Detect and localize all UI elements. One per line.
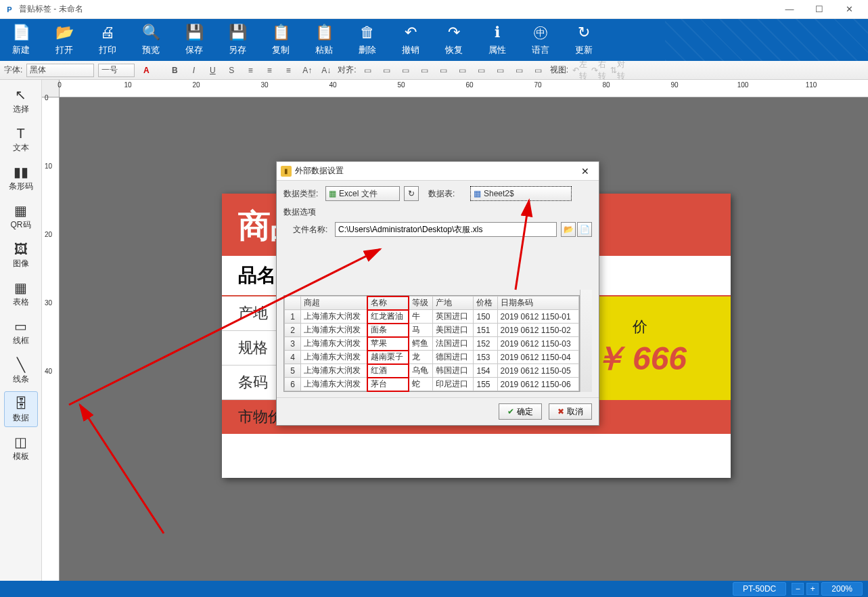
ok-button[interactable]: ✔确定 — [499, 403, 542, 420]
file-info-button[interactable]: 📄 — [577, 222, 592, 237]
table-cell[interactable]: 154 — [474, 364, 497, 378]
dialog-close-button[interactable]: ✕ — [576, 164, 595, 178]
tool-text[interactable]: T文本 — [4, 121, 38, 157]
inc-font-button[interactable]: A↑ — [300, 64, 315, 77]
tool-select[interactable]: ↖选择 — [4, 83, 38, 118]
obj-align-5[interactable]: ▭ — [436, 64, 451, 77]
language-button[interactable]: ㊥语言 — [525, 24, 556, 56]
underline-button[interactable]: U — [205, 64, 220, 77]
tool-table[interactable]: ▦表格 — [4, 275, 38, 311]
preview-button[interactable]: 🔍预览 — [135, 24, 166, 56]
table-cell[interactable]: 150 — [474, 310, 497, 324]
align-left-button[interactable]: ≡ — [243, 64, 258, 77]
canvas-area[interactable]: 0102030405060708090100110 010203040 商品 品… — [42, 80, 868, 581]
table-cell[interactable]: 龙 — [409, 351, 432, 364]
maximize-button[interactable]: ☐ — [804, 0, 834, 19]
table-scrollbar[interactable] — [580, 290, 592, 392]
table-cell[interactable]: 上海浦东大润发 — [301, 378, 368, 391]
device-indicator[interactable]: PT-50DC — [733, 582, 786, 596]
table-cell[interactable]: 牛 — [409, 310, 432, 324]
tool-line[interactable]: ╲线条 — [4, 353, 38, 389]
bold-button[interactable]: B — [167, 64, 182, 77]
table-cell[interactable]: 2019 0612 1150-02 — [497, 324, 578, 337]
dec-font-button[interactable]: A↓ — [319, 64, 334, 77]
table-cell[interactable]: 红酒 — [367, 364, 409, 378]
table-cell[interactable]: 153 — [474, 351, 497, 364]
tool-template[interactable]: ◫模板 — [4, 430, 38, 466]
italic-button[interactable]: I — [186, 64, 201, 77]
save-button[interactable]: 💾保存 — [179, 24, 210, 56]
new-button[interactable]: 📄新建 — [5, 24, 37, 56]
table-cell[interactable]: 乌龟 — [409, 364, 432, 378]
print-button[interactable]: 🖨打印 — [92, 24, 123, 56]
table-cell[interactable]: 上海浦东大润发 — [301, 351, 368, 364]
obj-align-3[interactable]: ▭ — [398, 64, 413, 77]
col-header[interactable]: 商超 — [301, 296, 368, 310]
redo-button[interactable]: ↷恢复 — [438, 24, 470, 56]
obj-align-4[interactable]: ▭ — [417, 64, 432, 77]
table-cell[interactable]: 茅台 — [367, 378, 409, 391]
fontsize-select[interactable]: 一号 — [98, 64, 135, 77]
tool-qrcode[interactable]: ▦QR码 — [4, 198, 38, 234]
refresh-button[interactable]: ↻ — [404, 186, 419, 201]
zoom-level[interactable]: 200% — [821, 582, 863, 596]
table-cell[interactable]: 155 — [474, 378, 497, 391]
zoom-out-button[interactable]: − — [792, 583, 804, 595]
table-cell[interactable]: 苹果 — [367, 337, 409, 351]
tool-barcode[interactable]: ▮▮条形码 — [4, 160, 38, 196]
update-button[interactable]: ↻更新 — [568, 24, 599, 56]
table-cell[interactable]: 152 — [474, 337, 497, 351]
tool-rect[interactable]: ▭线框 — [4, 314, 38, 350]
col-header[interactable]: 产地 — [432, 296, 474, 310]
minimize-button[interactable]: — — [775, 0, 804, 19]
properties-button[interactable]: ℹ属性 — [482, 24, 513, 56]
table-cell[interactable]: 韩国进口 — [432, 364, 474, 378]
table-cell[interactable]: 2019 0612 1150-06 — [497, 378, 578, 391]
font-color-button[interactable]: A — [139, 64, 154, 77]
table-cell[interactable]: 蛇 — [409, 378, 432, 391]
table-cell[interactable]: 面条 — [367, 324, 409, 337]
table-cell[interactable]: 德国进口 — [432, 351, 474, 364]
table-cell[interactable]: 鳄鱼 — [409, 337, 432, 351]
table-cell[interactable]: 红龙酱油 — [367, 310, 409, 324]
align-center-button[interactable]: ≡ — [262, 64, 277, 77]
close-button[interactable]: ✕ — [834, 0, 864, 19]
table-cell[interactable]: 越南栗子 — [367, 351, 409, 364]
table-cell[interactable]: 151 — [474, 324, 497, 337]
copy-button[interactable]: 📋复制 — [265, 24, 296, 56]
undo-button[interactable]: ↶撤销 — [395, 24, 426, 56]
obj-align-2[interactable]: ▭ — [380, 64, 394, 77]
zoom-in-button[interactable]: + — [806, 583, 819, 595]
data-type-select[interactable]: ▦ Excel 文件 — [325, 186, 400, 201]
rotate-left-button[interactable]: ↶ 左转 — [572, 64, 587, 77]
col-header[interactable]: 等级 — [409, 296, 432, 310]
obj-align-7[interactable]: ▭ — [474, 64, 489, 77]
font-select[interactable]: 黑体 — [26, 64, 94, 77]
table-cell[interactable]: 上海浦东大润发 — [301, 364, 368, 378]
table-cell[interactable]: 英国进口 — [432, 310, 474, 324]
table-cell[interactable]: 美国进口 — [432, 324, 474, 337]
obj-align-1[interactable]: ▭ — [361, 64, 375, 77]
table-cell[interactable]: 法国进口 — [432, 337, 474, 351]
data-table-select[interactable]: ▦ Sheet2$ — [470, 186, 572, 201]
table-cell[interactable]: 印尼进口 — [432, 378, 474, 391]
tool-image[interactable]: 🖼图像 — [4, 237, 38, 273]
cancel-button[interactable]: ✖取消 — [549, 403, 592, 420]
table-cell[interactable]: 上海浦东大润发 — [301, 337, 368, 351]
table-cell[interactable]: 上海浦东大润发 — [301, 324, 368, 337]
paste-button[interactable]: 📋粘贴 — [309, 24, 340, 56]
strike-button[interactable]: S — [224, 64, 239, 77]
align-right-button[interactable]: ≡ — [281, 64, 296, 77]
obj-align-10[interactable]: ▭ — [531, 64, 546, 77]
file-path-input[interactable] — [335, 222, 557, 237]
delete-button[interactable]: 🗑删除 — [352, 24, 383, 56]
col-header[interactable] — [285, 296, 301, 310]
table-cell[interactable]: 马 — [409, 324, 432, 337]
rotate-flip-button[interactable]: ⇅ 对转 — [610, 64, 625, 77]
col-header[interactable]: 日期条码 — [497, 296, 578, 310]
tool-data[interactable]: 🗄数据 — [4, 391, 38, 427]
obj-align-8[interactable]: ▭ — [493, 64, 508, 77]
table-cell[interactable]: 2019 0612 1150-01 — [497, 310, 578, 324]
col-header[interactable]: 价格 — [474, 296, 497, 310]
open-button[interactable]: 📂打开 — [49, 24, 80, 56]
